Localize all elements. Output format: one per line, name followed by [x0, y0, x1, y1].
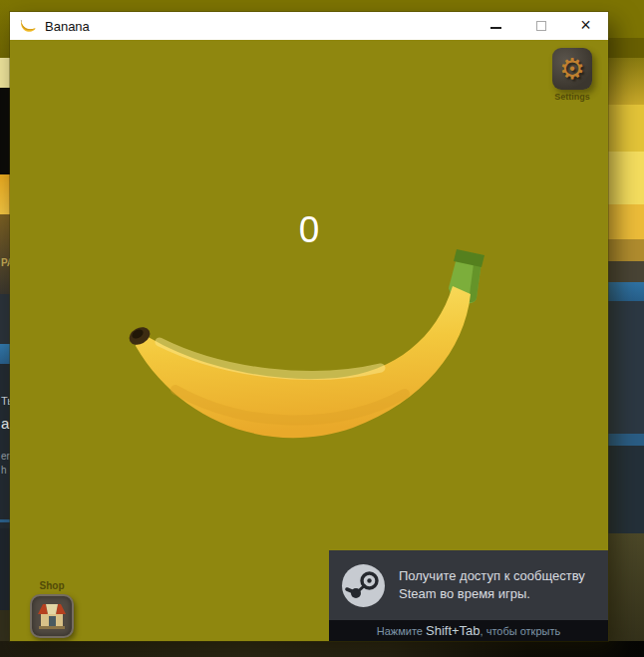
- steam-logo-icon: [342, 564, 385, 607]
- desktop-art-block: [608, 58, 644, 105]
- desktop-art-block: [0, 344, 10, 364]
- desktop-art-block: [608, 261, 644, 282]
- desktop-art-strip-right: [608, 0, 644, 641]
- game-area: 0: [10, 40, 608, 641]
- desktop-art-block: [0, 519, 10, 522]
- desktop-art-block: [0, 610, 10, 641]
- desktop-art-block: [608, 282, 644, 301]
- desktop-art-block: [608, 38, 644, 58]
- desktop-art-block: [0, 528, 10, 610]
- desktop-art-block: [608, 533, 644, 641]
- maximize-button[interactable]: [518, 12, 563, 40]
- banana-icon: [20, 18, 38, 34]
- desktop-text-fragment: er: [1, 451, 10, 462]
- desktop-art-block: [0, 0, 10, 58]
- settings-control: ⚙ Settings: [546, 48, 598, 102]
- steam-overlay-notification: Получите доступ к сообществу Steam во вр…: [329, 550, 608, 641]
- steam-overlay-message: Получите доступ к сообществу Steam во вр…: [399, 567, 585, 603]
- shop-icon: [37, 602, 67, 630]
- gear-icon: ⚙: [559, 55, 585, 84]
- close-button[interactable]: ×: [563, 12, 608, 40]
- desktop-art-block: [0, 58, 10, 88]
- desktop-art-block: [0, 294, 10, 344]
- window-title: Banana: [45, 19, 474, 34]
- overlay-message-line1: Получите доступ к сообществу: [399, 567, 585, 585]
- shop-control: Shop: [24, 578, 80, 638]
- shop-button[interactable]: [30, 594, 74, 638]
- overlay-footer-prefix: Нажмите: [377, 625, 426, 637]
- game-window: Banana × 0: [10, 12, 608, 641]
- desktop-art-block: [608, 434, 644, 446]
- desktop-art-block: [608, 446, 644, 533]
- desktop-art-block: [608, 105, 644, 152]
- desktop-art-block: [0, 364, 10, 528]
- title-bar[interactable]: Banana ×: [10, 12, 608, 40]
- maximize-icon: [536, 21, 546, 31]
- minimize-button[interactable]: [474, 12, 518, 40]
- desktop-art-block: [0, 174, 10, 214]
- desktop-art-block: [0, 88, 10, 174]
- desktop-art-block: [608, 301, 644, 434]
- settings-label: Settings: [546, 92, 598, 102]
- close-icon: ×: [580, 16, 591, 34]
- steam-overlay-body: Получите доступ к сообществу Steam во вр…: [329, 550, 608, 620]
- steam-overlay-footer: Нажмите Shift+Tab , чтобы открыть: [329, 620, 608, 641]
- window-controls: ×: [474, 12, 608, 40]
- desktop-art-block: [0, 641, 644, 657]
- overlay-message-line2: Steam во время игры.: [399, 585, 585, 603]
- overlay-footer-hotkey: Shift+Tab: [426, 623, 481, 638]
- desktop-art-block: [608, 152, 644, 204]
- settings-button[interactable]: ⚙: [552, 48, 592, 90]
- shop-label: Shop: [24, 580, 80, 591]
- desktop-text-fragment: РА: [1, 257, 10, 268]
- overlay-footer-suffix: , чтобы открыть: [481, 625, 561, 637]
- desktop-text-fragment: h: [1, 465, 7, 476]
- desktop-art-block: [608, 204, 644, 239]
- desktop-art-block: [608, 0, 644, 38]
- desktop-art-block: [0, 214, 10, 294]
- desktop-text-fragment: Ть: [1, 395, 10, 407]
- desktop-art-strip-left: РА Ть a er h: [0, 0, 10, 641]
- banana-clicker[interactable]: [124, 242, 488, 448]
- banana-image: [124, 242, 488, 448]
- desktop-art-block: [608, 239, 644, 261]
- minimize-icon: [490, 27, 501, 29]
- desktop-text-fragment: a: [1, 415, 9, 432]
